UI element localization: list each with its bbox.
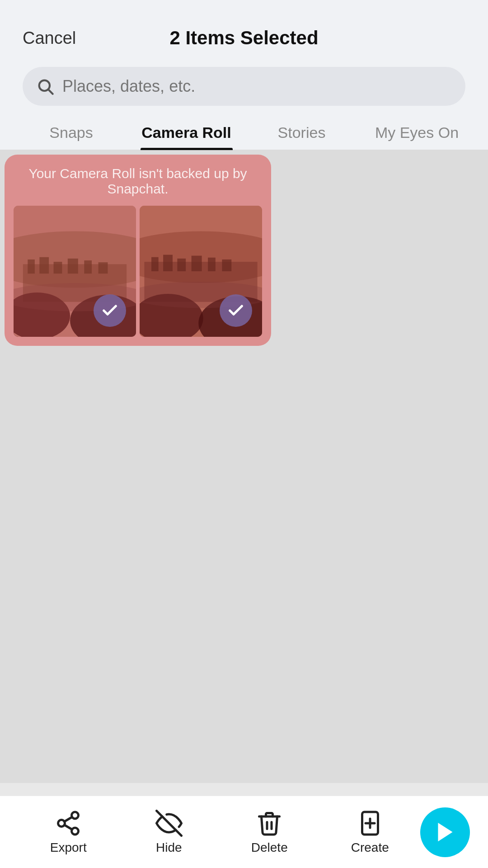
create-label: Create: [351, 840, 389, 855]
delete-label: Delete: [251, 840, 288, 855]
svg-rect-10: [99, 262, 108, 274]
photos-row: [14, 206, 262, 337]
svg-rect-19: [177, 259, 186, 271]
tab-stories[interactable]: Stories: [244, 115, 359, 150]
photo-item[interactable]: [14, 206, 136, 337]
svg-rect-9: [84, 260, 92, 274]
create-button[interactable]: Create: [320, 810, 421, 855]
tabs-bar: Snaps Camera Roll Stories My Eyes On: [0, 115, 488, 150]
cancel-button[interactable]: Cancel: [23, 28, 76, 48]
tab-my-eyes-on[interactable]: My Eyes On: [359, 115, 474, 150]
svg-marker-35: [438, 823, 452, 841]
svg-rect-21: [208, 258, 216, 271]
hide-label: Hide: [156, 840, 182, 855]
svg-rect-8: [68, 259, 78, 274]
hide-button[interactable]: Hide: [119, 810, 220, 855]
tab-snaps[interactable]: Snaps: [14, 115, 129, 150]
svg-rect-7: [54, 262, 62, 274]
search-bar: [23, 67, 465, 106]
svg-rect-17: [151, 257, 159, 271]
export-label: Export: [50, 840, 87, 855]
camera-roll-notice: Your Camera Roll isn't backed up by Snap…: [14, 164, 262, 199]
page-title: 2 Items Selected: [169, 27, 318, 49]
svg-line-30: [65, 817, 72, 821]
svg-line-1: [49, 90, 53, 94]
search-icon: [36, 77, 54, 95]
photo-item[interactable]: [140, 206, 262, 337]
header: Cancel 2 Items Selected: [0, 0, 488, 58]
checkmark-1[interactable]: [94, 294, 126, 327]
delete-button[interactable]: Delete: [219, 810, 320, 855]
svg-rect-5: [28, 259, 35, 274]
svg-rect-6: [39, 257, 49, 274]
svg-rect-20: [192, 256, 202, 271]
send-button[interactable]: [420, 807, 470, 857]
svg-rect-22: [222, 259, 231, 271]
main-content: Your Camera Roll isn't backed up by Snap…: [0, 150, 488, 783]
svg-line-29: [65, 825, 72, 829]
export-button[interactable]: Export: [18, 810, 119, 855]
bottom-toolbar: Export Hide Delete Create: [0, 796, 488, 868]
search-container: [0, 58, 488, 115]
checkmark-2[interactable]: [220, 294, 252, 327]
svg-rect-18: [163, 255, 173, 271]
selection-overlay: Your Camera Roll isn't backed up by Snap…: [5, 155, 271, 346]
search-input[interactable]: [62, 77, 452, 96]
tab-camera-roll[interactable]: Camera Roll: [129, 115, 244, 150]
